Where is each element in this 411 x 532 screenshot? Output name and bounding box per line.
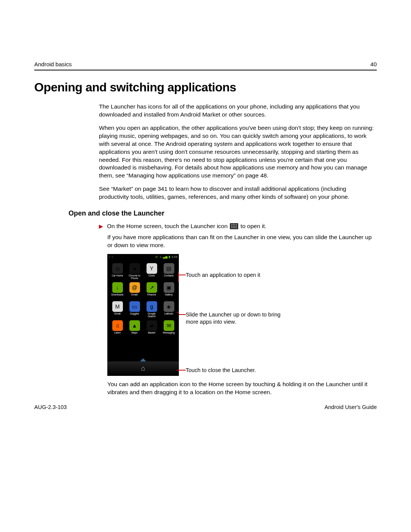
scroll-up-indicator-icon (140, 358, 146, 361)
app-label: Maps (132, 332, 138, 337)
app-glyph-icon: ♫ (112, 320, 123, 331)
app-icon: ▲Maps (127, 320, 142, 337)
callout-text: Touch to close the Launcher. (186, 367, 256, 373)
status-left-icons: ▫ ⋮ (109, 255, 114, 259)
app-icon: ▰Market (144, 320, 159, 337)
app-glyph-icon: ↓ (112, 282, 123, 293)
app-label: Clock (148, 275, 155, 280)
footer-doc-id: AUG-2.3-103 (34, 404, 67, 410)
callout-line (179, 314, 186, 315)
intro-paragraph: When you open an application, the other … (99, 124, 377, 180)
status-sync-icon: ◎ (155, 255, 158, 259)
app-icon: ●Chrome to Phone (127, 263, 142, 280)
status-signal-icon: ▃▅ (163, 255, 167, 259)
app-icon: ◈Latitude (161, 301, 177, 318)
dock-bar: ⌂ (107, 361, 179, 376)
app-icon: ▤Contacts (161, 263, 177, 280)
status-download-icon: ⇣ (159, 255, 162, 259)
app-icon: ↓Downloads (110, 282, 125, 299)
app-label: Goggles (130, 313, 139, 318)
status-time: 1:23 (171, 255, 177, 259)
callout-line (179, 370, 186, 371)
app-glyph-icon: ▭ (129, 301, 140, 312)
app-glyph-icon: ▤ (164, 263, 174, 274)
status-battery-icon: ▮ (169, 255, 170, 259)
app-icon: @Email (127, 282, 142, 299)
app-label: Market (148, 332, 156, 337)
app-icon: ▣Gallery (161, 282, 177, 299)
callout-connector (177, 312, 179, 313)
app-label: Gallery (165, 294, 173, 299)
app-glyph-icon: ✉ (164, 320, 174, 331)
running-head-section: Android basics (34, 61, 72, 67)
callout-line (179, 275, 186, 275)
app-label: Email (131, 294, 137, 299)
app-label: Listen (114, 332, 121, 337)
intro-paragraph: See “Market” on page 341 to learn how to… (99, 185, 377, 201)
app-glyph-icon: @ (129, 282, 140, 293)
app-label: Chrome to Phone (127, 275, 142, 280)
step-bullet-icon: ▶ (99, 223, 103, 229)
app-label: Latitude (164, 313, 173, 318)
app-icon: ♫Listen (110, 320, 125, 337)
app-label: Gmail (114, 313, 121, 318)
app-label: Finance (147, 294, 156, 299)
app-glyph-icon: ◎ (112, 263, 123, 274)
running-head-page-number: 40 (370, 61, 377, 67)
subheading: Open and close the Launcher (68, 209, 377, 217)
app-icon: MGmail (110, 301, 125, 318)
step-text-pre: On the Home screen, touch the Launcher i… (107, 223, 228, 230)
callout-text: Slide the Launcher up or down to bring m… (186, 312, 280, 325)
app-label: Contacts (164, 275, 174, 280)
app-glyph-icon: ▲ (129, 320, 140, 331)
step-text-post: to open it. (241, 223, 266, 230)
step-body: If you have more applications than can f… (107, 233, 377, 249)
app-icon: ▭Goggles (127, 301, 142, 318)
app-glyph-icon: ▣ (164, 282, 174, 293)
app-icon: gGoogle Search (144, 301, 159, 318)
app-label: Car Home (112, 275, 123, 280)
intro-paragraph: The Launcher has icons for all of the ap… (99, 103, 377, 119)
app-label: Downloads (111, 294, 123, 299)
page-title: Opening and switching applications (34, 80, 377, 94)
app-glyph-icon: ▰ (147, 320, 157, 331)
app-label: Messaging (163, 332, 175, 337)
app-glyph-icon: Y (147, 263, 157, 274)
footer-doc-title: Android User's Guide (325, 404, 377, 410)
step-body: You can add an application icon to the H… (107, 380, 377, 396)
app-icon: ↗Finance (144, 282, 159, 299)
app-glyph-icon: M (112, 301, 123, 312)
app-glyph-icon: ◈ (164, 301, 174, 312)
app-glyph-icon: ↗ (147, 282, 157, 293)
callout-connector (178, 272, 179, 282)
home-icon: ⌂ (139, 364, 148, 373)
callout-text: Touch an application to open it (186, 272, 260, 278)
launcher-icon (230, 223, 238, 229)
app-label: Google Search (144, 313, 159, 318)
header-rule (34, 70, 377, 70)
app-glyph-icon: g (147, 301, 157, 312)
app-icon: YClock (144, 263, 159, 280)
app-icon: ◎Car Home (110, 263, 125, 280)
app-icon: ✉Messaging (161, 320, 177, 337)
phone-screenshot: ▫ ⋮ ◎ ⇣ ▃▅ ▮ 1:23 ◎Car Home●Chrome to Ph… (107, 254, 179, 376)
app-glyph-icon: ● (129, 263, 140, 274)
